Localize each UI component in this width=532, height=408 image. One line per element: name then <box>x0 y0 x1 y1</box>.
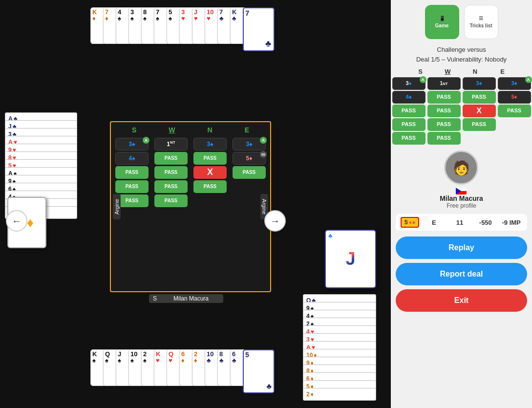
north-hand: K♦ 7♦ 4♠ 3♠ 8♠ 7♠ 5♠ 3♥ J♥ 10♥ 7♣ K♣ 7 ♣ <box>90 7 275 51</box>
bid-s4: PASS <box>392 118 426 131</box>
result-row: 5♦x E 11 -550 -9 IMP <box>396 214 527 231</box>
bid-col-s: 3♠ A 4♠ PASS PASS PASS <box>392 77 426 145</box>
tricks-label: Tricks list <box>469 23 492 28</box>
contract-suit: ♦ <box>409 219 412 226</box>
game-tab[interactable]: 📱 Game <box>425 5 459 39</box>
bid-s1: 3♠ A <box>392 77 426 90</box>
bw2: PASS <box>154 152 188 165</box>
bw1: 1NT <box>154 138 188 150</box>
be1: 3♠ A <box>233 138 266 150</box>
bn2: PASS <box>193 152 227 165</box>
result-score: -550 <box>474 219 496 226</box>
avatar: 🧑 <box>444 150 478 185</box>
be3: PASS <box>233 166 266 179</box>
east-hand: ♣ J Q♣ 9♠ 4♠ 2♠ 4♥ 3♥ A♥ 10♦ 9♦ 8♦ 6♦ 5♦… <box>307 113 385 299</box>
profile-label: Free profile <box>447 202 476 209</box>
game-label: Game <box>435 23 449 28</box>
south-hand: K♠ Q♠ J♠ 10♠ 2♠ K♥ Q♥ 6♦ 2♦ 10♣ 8♣ 6♣ 5♣ <box>90 349 275 393</box>
ec12: 2♦ <box>303 388 376 401</box>
bid-e2: 5♦ <box>498 91 531 104</box>
result-imp: -9 IMP <box>500 219 522 226</box>
bid-s2: 4♠ <box>392 91 426 104</box>
bid-inner-n: 3♠ PASS X PASS <box>193 138 227 207</box>
east-cards-stack: Q♣ 9♠ 4♠ 2♠ 4♥ 3♥ A♥ 10♦ 9♦ 8♦ 6♦ 5♦ 2♦ <box>303 294 376 401</box>
bid-w1: 1NT <box>427 77 461 90</box>
tricks-tab[interactable]: ☰ Tricks list <box>464 5 498 39</box>
south-player-name: Milan Macura <box>159 294 223 303</box>
w-vert-label: Argine <box>113 194 121 219</box>
pos-w: W <box>169 126 175 134</box>
be2: 5♦ m <box>233 152 266 165</box>
bid-n2: PASS <box>463 91 496 104</box>
bn1: 3♠ <box>193 138 227 150</box>
bs3: PASS <box>115 166 149 179</box>
contract-badge: 5♦x <box>401 217 419 228</box>
dir-e: E <box>490 68 515 75</box>
phone-icon: 📱 <box>439 16 445 21</box>
east-face-card: ♣ J <box>325 230 376 288</box>
bw3: PASS <box>154 166 188 179</box>
bs4: PASS <box>115 180 149 193</box>
profile-name: Milan Macura <box>440 194 483 202</box>
west-hand: A♣ J♣ 3♣ A♥ 9♥ 8♥ 5♥ A♠ 9♠ 6♠ 4♠ Q♦ J♦ J… <box>5 112 83 219</box>
result-direction: E <box>423 219 445 226</box>
contract-value: 5 <box>404 219 408 226</box>
pos-e: E <box>245 126 249 134</box>
exit-button[interactable]: Exit <box>396 289 527 312</box>
card-7club-face: 7 ♣ <box>243 7 275 51</box>
bid-inner-w: 1NT PASS PASS PASS PASS <box>154 138 188 207</box>
bid-e1: 3♠ A <box>498 77 531 90</box>
deal-info: Deal 1/5 – Vulnerability: Nobody <box>416 55 507 64</box>
sc13: 5♣ <box>243 349 275 393</box>
bid-n4: PASS <box>463 118 496 131</box>
bid-w4: PASS <box>427 118 461 131</box>
bid-w3: PASS <box>427 105 461 117</box>
pos-n: N <box>208 126 213 134</box>
prev-arrow[interactable]: ← <box>6 210 27 232</box>
bid-e3: PASS <box>498 105 531 117</box>
result-tricks: 11 <box>449 219 471 226</box>
replay-button[interactable]: Replay <box>396 236 527 259</box>
dir-s: S <box>408 68 433 75</box>
bs2: 4♠ <box>115 152 149 165</box>
bs1: 3♠ A <box>115 138 149 150</box>
bid-col-e: 3♠ A 5♦ PASS <box>498 77 531 145</box>
bid-w5: PASS <box>427 132 461 145</box>
profile-section: 🧑 Milan Macura Free profile <box>440 150 483 209</box>
next-arrow[interactable]: → <box>264 210 286 232</box>
bw5: PASS <box>154 194 188 207</box>
bid-col-n: 3♠ PASS X PASS <box>463 77 496 145</box>
contract-doubled: x <box>413 220 415 225</box>
bidding-box: S W N E 3♠ A 4♠ PASS PASS PASS 1NT PASS … <box>110 121 271 292</box>
bid-n1: 3♠ <box>463 77 496 90</box>
report-button[interactable]: Report deal <box>396 263 527 285</box>
dir-n: N <box>463 68 488 75</box>
game-area: K♦ 7♦ 4♠ 3♠ 8♠ 7♠ 5♠ 3♥ J♥ 10♥ 7♣ K♣ 7 ♣… <box>0 0 391 408</box>
bid-n3: X <box>463 105 496 117</box>
bn3: X <box>193 166 227 179</box>
flag-icon <box>456 188 467 194</box>
bid-s3: PASS <box>392 105 426 117</box>
dir-w: W <box>435 68 461 75</box>
bid-col-w: 1NT PASS PASS PASS PASS <box>427 77 461 145</box>
list-icon: ☰ <box>479 16 483 21</box>
challenge-title: Challenge versus <box>416 45 507 55</box>
bid-cols-inner: 3♠ A 4♠ PASS PASS PASS 1NT PASS PASS PAS… <box>111 134 270 211</box>
pos-s: S <box>132 126 136 134</box>
bid-positions: S W N E <box>111 122 270 134</box>
bid-w2: PASS <box>427 91 461 104</box>
challenge-info: Challenge versus Deal 1/5 – Vulnerabilit… <box>416 45 507 64</box>
bw4: PASS <box>154 180 188 193</box>
bidding-table: 3♠ A 4♠ PASS PASS PASS 1NT PASS PASS PAS… <box>392 77 531 145</box>
bid-s5: PASS <box>392 132 426 145</box>
top-navigation: 📱 Game ☰ Tricks list <box>396 5 527 39</box>
bn4: PASS <box>193 180 227 193</box>
